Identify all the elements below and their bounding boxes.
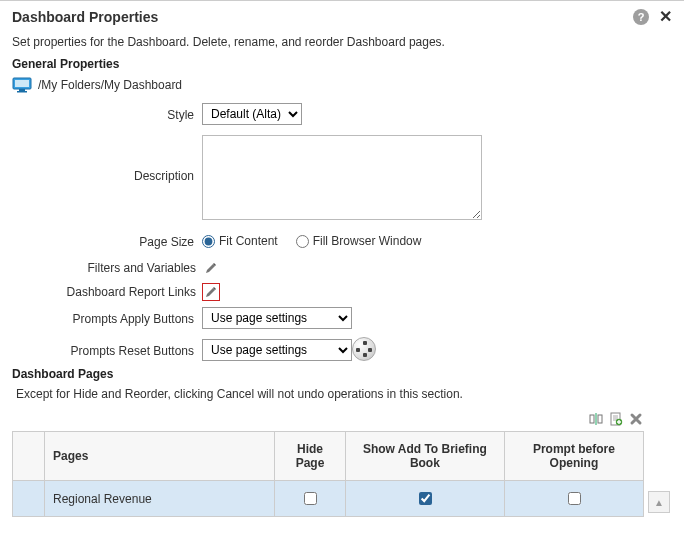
- delete-page-icon[interactable]: [628, 411, 644, 427]
- col-briefing: Show Add To Briefing Book: [345, 432, 504, 481]
- dialog-title: Dashboard Properties: [12, 9, 158, 25]
- col-pages: Pages: [45, 432, 275, 481]
- page-size-label: Page Size: [12, 233, 202, 249]
- close-icon[interactable]: ✕: [659, 9, 672, 25]
- prompt-before-open-checkbox[interactable]: [568, 492, 581, 505]
- report-links-label: Dashboard Report Links: [12, 285, 202, 299]
- description-label: Description: [12, 135, 202, 183]
- page-size-fill-radio[interactable]: [296, 235, 309, 248]
- page-size-fit-radio[interactable]: [202, 235, 215, 248]
- style-select[interactable]: Default (Alta): [202, 103, 302, 125]
- dashboard-path: /My Folders/My Dashboard: [38, 78, 182, 92]
- dashboard-pages-title: Dashboard Pages: [12, 367, 672, 381]
- dashboard-pages-note: Except for Hide and Reorder, clicking Ca…: [16, 387, 672, 401]
- dashboard-icon: [12, 77, 32, 93]
- dialog-header: Dashboard Properties ? ✕: [12, 9, 672, 31]
- col-handle: [13, 432, 45, 481]
- move-up-button[interactable]: ▲: [648, 491, 670, 513]
- dashboard-properties-dialog: Dashboard Properties ? ✕ Set properties …: [0, 0, 684, 529]
- dashboard-path-row: /My Folders/My Dashboard: [12, 77, 672, 93]
- add-page-icon[interactable]: [608, 411, 624, 427]
- page-size-fit-option[interactable]: Fit Content: [202, 234, 278, 248]
- page-size-fill-option[interactable]: Fill Browser Window: [296, 234, 422, 248]
- page-name-cell[interactable]: Regional Revenue: [45, 481, 275, 517]
- help-icon[interactable]: ?: [633, 9, 649, 25]
- general-properties-title: General Properties: [12, 57, 672, 71]
- dashboard-pages-table: Pages Hide Page Show Add To Briefing Boo…: [12, 431, 644, 517]
- prompts-reset-select[interactable]: Use page settings: [202, 339, 352, 361]
- decorative-ball-icon: [352, 337, 376, 361]
- svg-rect-2: [19, 89, 25, 91]
- briefing-book-checkbox[interactable]: [419, 492, 432, 505]
- filters-variables-label: Filters and Variables: [12, 261, 202, 275]
- svg-rect-5: [598, 415, 602, 423]
- rename-page-icon[interactable]: [588, 411, 604, 427]
- filters-variables-edit-button[interactable]: [202, 259, 220, 277]
- report-links-edit-button[interactable]: [202, 283, 220, 301]
- row-handle[interactable]: [13, 481, 45, 517]
- svg-rect-4: [590, 415, 594, 423]
- prompts-reset-label: Prompts Reset Buttons: [12, 342, 202, 358]
- col-hide: Hide Page: [275, 432, 346, 481]
- prompts-apply-select[interactable]: Use page settings: [202, 307, 352, 329]
- pages-toolbar: [12, 411, 672, 427]
- col-prompt: Prompt before Opening: [504, 432, 643, 481]
- description-textarea[interactable]: [202, 135, 482, 220]
- svg-rect-1: [15, 80, 29, 87]
- dialog-subtitle: Set properties for the Dashboard. Delete…: [12, 35, 672, 49]
- style-label: Style: [12, 106, 202, 122]
- hide-page-checkbox[interactable]: [304, 492, 317, 505]
- prompts-apply-label: Prompts Apply Buttons: [12, 310, 202, 326]
- svg-rect-3: [17, 91, 27, 93]
- table-row[interactable]: Regional Revenue: [13, 481, 644, 517]
